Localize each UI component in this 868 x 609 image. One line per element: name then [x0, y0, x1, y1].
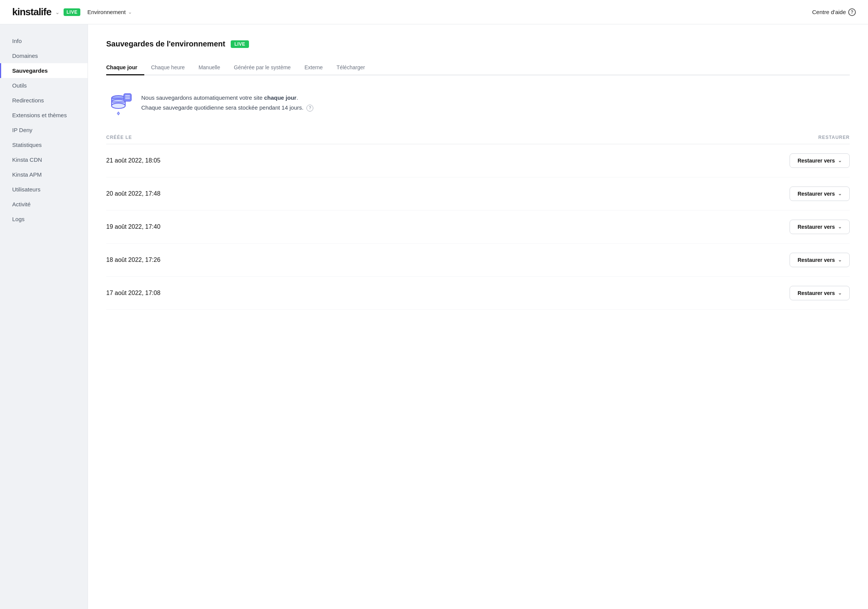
- restore-button[interactable]: Restaurer vers ⌄: [790, 220, 850, 234]
- logo: kinstalife: [12, 6, 51, 18]
- restore-button[interactable]: Restaurer vers ⌄: [790, 153, 850, 168]
- restore-btn-label: Restaurer vers: [798, 257, 835, 263]
- tab-generee[interactable]: Générée par le système: [227, 61, 297, 75]
- col-restore-label: RESTAURER: [819, 135, 850, 140]
- header-left: kinstalife ⌄ LIVE Environnement ⌄: [12, 6, 132, 18]
- restore-btn-label: Restaurer vers: [798, 290, 835, 296]
- sidebar-item-domaines[interactable]: Domaines: [0, 48, 88, 63]
- restore-chevron-icon: ⌄: [838, 224, 842, 230]
- sidebar-item-utilisateurs[interactable]: Utilisateurs: [0, 182, 88, 197]
- layout: InfoDomainesSauvegardesOutilsRedirection…: [0, 24, 868, 609]
- svg-point-4: [112, 103, 125, 108]
- svg-rect-5: [124, 94, 131, 101]
- table-row: 21 août 2022, 18:05Restaurer vers ⌄: [106, 144, 850, 177]
- restore-button[interactable]: Restaurer vers ⌄: [790, 187, 850, 201]
- sidebar-item-extensions[interactable]: Extensions et thèmes: [0, 108, 88, 123]
- sidebar-item-outils[interactable]: Outils: [0, 78, 88, 93]
- table-row: 17 août 2022, 17:08Restaurer vers ⌄: [106, 277, 850, 310]
- restore-chevron-icon: ⌄: [838, 158, 842, 163]
- backup-date: 20 août 2022, 17:48: [106, 190, 160, 197]
- logo-chevron-icon[interactable]: ⌄: [55, 9, 60, 15]
- tab-externe[interactable]: Externe: [298, 61, 330, 75]
- info-line2: Chaque sauvegarde quotidienne sera stock…: [141, 103, 313, 113]
- page-title: Sauvegardes de l'environnement: [106, 40, 225, 48]
- sidebar-item-redirections[interactable]: Redirections: [0, 93, 88, 108]
- info-box: Nous sauvegardons automatiquement votre …: [106, 88, 850, 121]
- main-content: Sauvegardes de l'environnement LIVE Chaq…: [88, 24, 868, 609]
- restore-btn-label: Restaurer vers: [798, 224, 835, 230]
- sidebar-item-ip-deny[interactable]: IP Deny: [0, 123, 88, 137]
- backup-date: 21 août 2022, 18:05: [106, 157, 160, 164]
- backup-date: 18 août 2022, 17:26: [106, 257, 160, 263]
- tab-telecharger[interactable]: Télécharger: [330, 61, 372, 75]
- env-label: Environnement: [87, 9, 126, 15]
- tab-manuelle[interactable]: Manuelle: [191, 61, 227, 75]
- table-row: 20 août 2022, 17:48Restaurer vers ⌄: [106, 177, 850, 210]
- sidebar-item-logs[interactable]: Logs: [0, 212, 88, 226]
- help-label: Centre d'aide: [812, 9, 846, 15]
- page-header: Sauvegardes de l'environnement LIVE: [106, 40, 850, 48]
- info-help-icon[interactable]: ?: [306, 105, 313, 112]
- sidebar-item-kinsta-apm[interactable]: Kinsta APM: [0, 167, 88, 182]
- info-bold: chaque jour: [264, 94, 297, 101]
- restore-btn-label: Restaurer vers: [798, 191, 835, 197]
- restore-btn-label: Restaurer vers: [798, 158, 835, 164]
- page-live-badge: LIVE: [231, 40, 249, 48]
- env-live-badge: LIVE: [64, 8, 81, 16]
- sidebar: InfoDomainesSauvegardesOutilsRedirection…: [0, 24, 88, 609]
- col-date-label: CRÉÉE LE: [106, 135, 132, 140]
- help-link[interactable]: Centre d'aide ?: [812, 8, 856, 16]
- tab-chaque-jour[interactable]: Chaque jour: [106, 61, 144, 75]
- tab-chaque-heure[interactable]: Chaque heure: [144, 61, 192, 75]
- restore-chevron-icon: ⌄: [838, 191, 842, 196]
- sidebar-item-kinsta-cdn[interactable]: Kinsta CDN: [0, 152, 88, 167]
- sidebar-item-statistiques[interactable]: Statistiques: [0, 137, 88, 152]
- help-icon: ?: [848, 8, 856, 16]
- env-selector[interactable]: Environnement ⌄: [87, 9, 132, 15]
- backup-date: 19 août 2022, 17:40: [106, 223, 160, 230]
- restore-chevron-icon: ⌄: [838, 257, 842, 263]
- backup-date: 17 août 2022, 17:08: [106, 290, 160, 297]
- restore-chevron-icon: ⌄: [838, 290, 842, 296]
- info-text: Nous sauvegardons automatiquement votre …: [141, 91, 313, 112]
- env-chevron-icon: ⌄: [128, 9, 132, 15]
- restore-button[interactable]: Restaurer vers ⌄: [790, 253, 850, 267]
- table-row: 18 août 2022, 17:26Restaurer vers ⌄: [106, 244, 850, 277]
- backup-table: 21 août 2022, 18:05Restaurer vers ⌄20 ao…: [106, 144, 850, 310]
- backup-icon: [106, 91, 134, 118]
- info-prefix: Nous sauvegardons automatiquement votre …: [141, 94, 264, 101]
- table-header: CRÉÉE LE RESTAURER: [106, 135, 850, 144]
- sidebar-item-sauvegardes[interactable]: Sauvegardes: [0, 63, 88, 78]
- info-line1: Nous sauvegardons automatiquement votre …: [141, 93, 313, 103]
- restore-button[interactable]: Restaurer vers ⌄: [790, 286, 850, 300]
- tabs-container: Chaque jourChaque heureManuelleGénérée p…: [106, 61, 850, 75]
- header: kinstalife ⌄ LIVE Environnement ⌄ Centre…: [0, 0, 868, 24]
- sidebar-item-activite[interactable]: Activité: [0, 197, 88, 212]
- info-suffix: .: [297, 94, 298, 101]
- table-row: 19 août 2022, 17:40Restaurer vers ⌄: [106, 210, 850, 244]
- sidebar-item-info[interactable]: Info: [0, 33, 88, 48]
